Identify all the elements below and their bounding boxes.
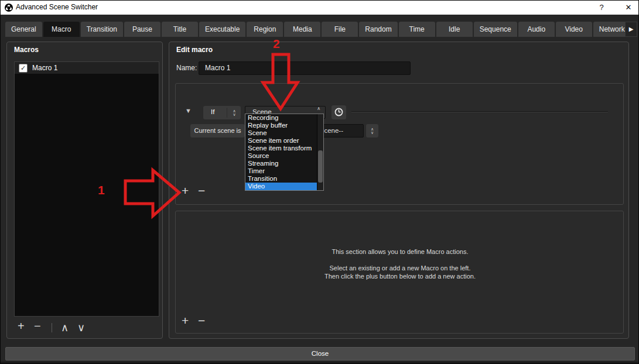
dropdown-item-source[interactable]: Source xyxy=(245,152,317,160)
combo-open-caret-icon: ∧ xyxy=(317,106,320,111)
tab-media[interactable]: Media xyxy=(284,22,320,37)
macro-list-item[interactable]: ✓ Macro 1 xyxy=(15,62,159,74)
tab-file[interactable]: File xyxy=(322,22,358,37)
macros-panel-title: Macros xyxy=(14,46,39,54)
obs-logo-icon xyxy=(5,4,13,12)
bottom-strip xyxy=(1,362,638,364)
clock-icon xyxy=(334,108,343,116)
close-button[interactable]: Close xyxy=(5,347,635,360)
macro-name-input[interactable]: Macro 1 xyxy=(199,61,411,75)
dropdown-item-scene-item-transform[interactable]: Scene item transform xyxy=(245,145,317,152)
dropdown-item-recording[interactable]: Recording xyxy=(245,114,317,122)
toolbar-separator xyxy=(52,323,52,332)
window-title: Advanced Scene Switcher xyxy=(16,3,98,11)
tab-region[interactable]: Region xyxy=(247,22,283,37)
actions-hint-line2: Select an existing or add a new Macro on… xyxy=(176,264,624,272)
tab-random[interactable]: Random xyxy=(359,22,397,37)
combo-divider xyxy=(227,108,227,118)
macro-remove-button[interactable]: − xyxy=(34,321,41,331)
tab-time[interactable]: Time xyxy=(399,22,435,37)
condition-segment-button[interactable]: Current scene is xyxy=(190,124,245,138)
action-add-button[interactable]: + xyxy=(182,315,189,326)
spinner-down-icon: ∨ xyxy=(371,131,374,135)
macro-list[interactable] xyxy=(14,61,159,317)
dropdown-scrollbar[interactable] xyxy=(317,114,323,190)
tab-network[interactable]: Network xyxy=(593,22,625,37)
dropdown-item-replay-buffer[interactable]: Replay buffer xyxy=(245,122,317,129)
tab-scroll-right-button[interactable]: ▶ xyxy=(625,22,637,37)
actions-section: This section allows you to define Macro … xyxy=(175,211,624,334)
dropdown-item-video[interactable]: Video xyxy=(245,183,317,190)
action-remove-button[interactable]: − xyxy=(198,315,205,326)
macro-enabled-checkbox[interactable]: ✓ xyxy=(19,64,28,73)
advanced-scene-switcher-window: Advanced Scene Switcher ? ✕ General Macr… xyxy=(0,0,639,364)
close-window-button[interactable]: ✕ xyxy=(621,1,635,13)
condition-remove-button[interactable]: − xyxy=(198,186,205,196)
scroll-right-icon: ▶ xyxy=(629,26,634,32)
dropdown-item-scene-item-order[interactable]: Scene item order xyxy=(245,137,317,145)
condition-section: ▼ If ∧ ∨ Scene ∧ xyxy=(175,83,624,205)
dropdown-item-streaming[interactable]: Streaming xyxy=(245,160,317,167)
tab-transition[interactable]: Transition xyxy=(81,22,123,37)
scene-spinner[interactable]: ∧ ∨ xyxy=(366,124,378,138)
title-bar: Advanced Scene Switcher ? ✕ xyxy=(1,1,638,15)
duration-clock-button[interactable] xyxy=(332,105,346,119)
dropdown-scrollbar-thumb[interactable] xyxy=(318,150,323,183)
dropdown-item-timer[interactable]: Timer xyxy=(245,167,317,175)
macro-move-down-button[interactable]: ∨ xyxy=(77,322,85,333)
segment-label: Current scene is xyxy=(194,127,241,134)
tab-idle[interactable]: Idle xyxy=(436,22,473,37)
tab-general[interactable]: General xyxy=(5,22,42,37)
tab-bar: General Macro Transition Pause Title Exe… xyxy=(5,22,625,37)
logic-spinner[interactable]: ∧ ∨ xyxy=(228,106,241,119)
spinner-down-icon: ∨ xyxy=(233,113,235,116)
macro-item-label: Macro 1 xyxy=(32,64,57,72)
tab-audio[interactable]: Audio xyxy=(518,22,555,37)
tab-sequence[interactable]: Sequence xyxy=(474,22,517,37)
tab-macro[interactable]: Macro xyxy=(43,22,80,37)
collapse-condition-icon[interactable]: ▼ xyxy=(185,107,192,114)
dropdown-item-transition[interactable]: Transition xyxy=(245,175,317,183)
help-button[interactable]: ? xyxy=(594,1,609,13)
macro-add-button[interactable]: + xyxy=(18,321,25,331)
close-button-label: Close xyxy=(312,350,329,357)
condition-type-dropdown: Recording Replay buffer Scene Scene item… xyxy=(245,114,324,191)
tab-executable[interactable]: Executable xyxy=(199,22,245,37)
condition-add-button[interactable]: + xyxy=(182,186,189,196)
dropdown-item-scene[interactable]: Scene xyxy=(245,129,317,137)
logic-value: If xyxy=(211,108,214,115)
tab-title[interactable]: Title xyxy=(162,22,198,37)
actions-hint-line1: This section allows you to define Macro … xyxy=(176,248,624,256)
actions-hint-line3: Then click the plus button below to add … xyxy=(176,272,624,280)
name-label: Name: xyxy=(176,64,197,72)
logic-combobox[interactable]: If ∧ ∨ xyxy=(203,106,241,119)
tab-video[interactable]: Video xyxy=(556,22,592,37)
macro-move-up-button[interactable]: ∧ xyxy=(61,322,69,333)
condition-separator-line xyxy=(351,111,608,112)
edit-macro-panel: Edit macro Name: Macro 1 ▼ If ∧ ∨ Scene … xyxy=(169,42,629,339)
macros-panel: Macros ✓ Macro 1 + − ∧ ∨ xyxy=(6,42,163,339)
edit-macro-title: Edit macro xyxy=(176,46,213,54)
tab-pause[interactable]: Pause xyxy=(124,22,160,37)
